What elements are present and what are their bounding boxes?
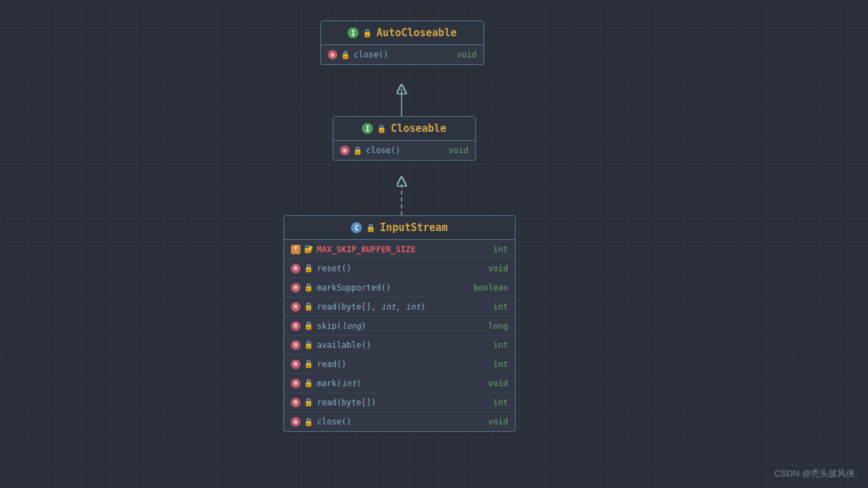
visibility-icon2: 🔒	[353, 146, 363, 155]
row-r3: read(byte[], int, int) int	[317, 302, 508, 312]
autocloseable-title: AutoCloseable	[376, 27, 456, 39]
closeable-box: I 🔒 Closeable m 🔒 close() void	[333, 116, 476, 161]
rt-reset: void	[488, 264, 508, 273]
row-content2: close() void	[366, 146, 468, 155]
vis-icon-skip: 🔒	[304, 321, 313, 330]
method-icon-close: m	[291, 417, 300, 426]
diagram-container: I 🔒 AutoCloseable m 🔒 close() void I 🔒 C…	[0, 0, 868, 488]
vis-icon-mark: 🔒	[304, 379, 313, 388]
method-marksupported: m 🔒 markSupported() boolean	[284, 278, 515, 297]
closeable-title: Closeable	[391, 122, 446, 135]
rt-r0: int	[493, 360, 508, 369]
method-read0: m 🔒 read() int	[284, 355, 515, 374]
row-skip: skip(long) long	[317, 321, 508, 331]
row-r0: read() int	[317, 360, 508, 369]
vis-icon: 🔒	[304, 264, 313, 273]
rt-close: void	[488, 417, 508, 426]
method-readbyte: m 🔒 read(byte[]) int	[284, 393, 515, 412]
vis-icon-r3: 🔒	[304, 302, 313, 311]
row-close: close() void	[317, 417, 508, 426]
field-type: int	[493, 245, 508, 254]
mn-r3: read(byte[], int, int)	[317, 302, 425, 312]
method-icon-r3: m	[291, 302, 300, 312]
method-available: m 🔒 available() int	[284, 336, 515, 355]
field-icon: f	[291, 245, 300, 254]
row-avail: available() int	[317, 340, 508, 350]
method-icon-r0: m	[291, 360, 300, 369]
vis-icon-ms: 🔒	[304, 283, 313, 292]
rt-mark: void	[488, 379, 508, 388]
vis-icon-rb: 🔒	[304, 398, 313, 407]
row-ms: markSupported() boolean	[317, 283, 508, 293]
method-close: m 🔒 close() void	[284, 412, 515, 431]
method-icon: m	[328, 50, 337, 59]
method-icon2: m	[340, 146, 350, 155]
closeable-close-row: m 🔒 close() void	[333, 141, 475, 160]
package-icon2: 🔒	[377, 124, 387, 133]
row-content-field: MAX_SKIP_BUFFER_SIZE int	[317, 245, 508, 254]
vis-icon-r0: 🔒	[304, 360, 313, 368]
row-content: close() void	[354, 50, 477, 59]
visibility-icon: 🔒	[341, 51, 350, 59]
method-icon-ms: m	[291, 283, 300, 293]
field-max-skip: f 🔐 MAX_SKIP_BUFFER_SIZE int	[284, 240, 515, 259]
class-icon-c: C	[351, 222, 362, 233]
inputstream-box: C 🔒 InputStream f 🔐 MAX_SKIP_BUFFER_SIZE…	[283, 215, 516, 432]
vis-icon-close: 🔒	[304, 418, 313, 426]
rt-r3: int	[493, 302, 508, 312]
method-read3: m 🔒 read(byte[], int, int) int	[284, 297, 515, 316]
rt-ms: boolean	[473, 283, 508, 293]
method-icon-rb: m	[291, 398, 300, 407]
inputstream-header: C 🔒 InputStream	[284, 216, 515, 240]
rt-rb: int	[493, 398, 508, 407]
method-icon-mark: m	[291, 379, 300, 388]
interface-icon-i2: I	[362, 123, 373, 134]
vis-icon-avail: 🔒	[304, 340, 313, 349]
autocloseable-header: I 🔒 AutoCloseable	[321, 21, 484, 45]
method-mark: m 🔒 mark(int) void	[284, 374, 515, 393]
return-type: void	[457, 50, 477, 59]
field-name: MAX_SKIP_BUFFER_SIZE	[317, 245, 416, 254]
autocloseable-close-row: m 🔒 close() void	[321, 45, 484, 64]
inputstream-title: InputStream	[380, 221, 447, 234]
mn-skip: skip(long)	[317, 321, 366, 331]
mn-reset: reset()	[317, 264, 352, 273]
watermark: CSDN @秃头披风侠.	[774, 467, 858, 480]
mn-mark: mark(int)	[317, 379, 361, 388]
row-mark: mark(int) void	[317, 379, 508, 388]
package-icon: 🔒	[363, 29, 372, 38]
mn-close: close()	[317, 417, 352, 426]
closeable-header: I 🔒 Closeable	[333, 117, 475, 141]
rt-avail: int	[493, 340, 508, 350]
method-skip: m 🔒 skip(long) long	[284, 316, 515, 336]
method-icon-skip: m	[291, 321, 300, 331]
mn-ms: markSupported()	[317, 283, 391, 293]
method-icon-reset: m	[291, 264, 300, 273]
return-type2: void	[449, 146, 468, 155]
row-rb: read(byte[]) int	[317, 398, 508, 407]
autocloseable-box: I 🔒 AutoCloseable m 🔒 close() void	[320, 21, 484, 65]
row-reset: reset() void	[317, 264, 508, 273]
method-reset: m 🔒 reset() void	[284, 259, 515, 278]
interface-icon-i: I	[348, 27, 359, 38]
method-name2: close()	[366, 146, 401, 155]
mn-r0: read()	[317, 360, 346, 369]
mn-rb: read(byte[])	[317, 398, 376, 407]
rt-skip: long	[488, 321, 508, 331]
mn-avail: available()	[317, 340, 371, 350]
method-name: close()	[354, 50, 389, 59]
lock-icon: 🔐	[304, 245, 313, 254]
method-icon-avail: m	[291, 340, 300, 350]
package-icon3: 🔒	[366, 223, 376, 232]
